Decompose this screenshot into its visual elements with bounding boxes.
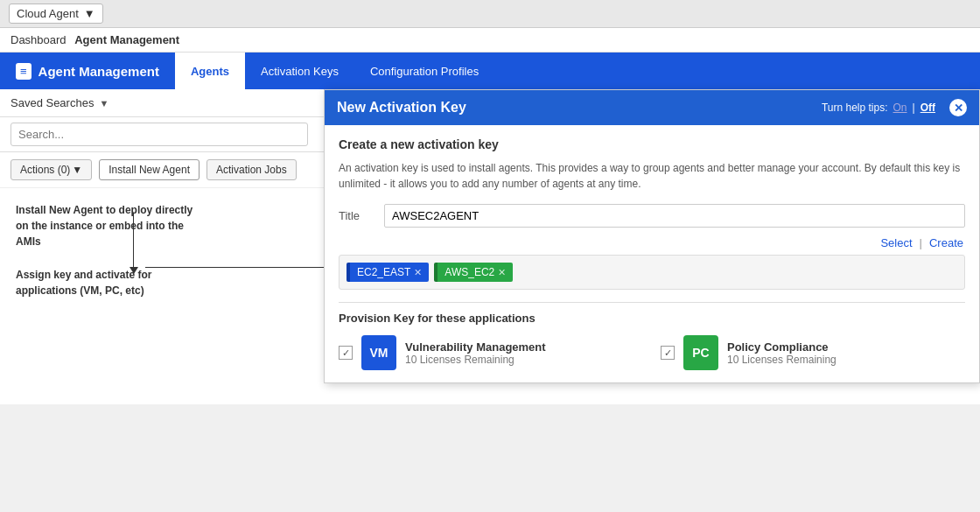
brand-icon: ≡ [16,63,32,80]
tab-activation-keys[interactable]: Activation Keys [245,53,354,89]
content-area: Saved Searches ▼ Actions (0) ▼ Install N… [0,89,980,404]
tag-ec2east-label: EC2_EAST [357,266,410,278]
modal-overlay: New Activation Key Turn help tips: On | … [324,89,980,404]
search-bar [0,117,324,152]
link-separator: | [920,236,922,249]
cloud-agent-label: Cloud Agent [17,7,79,20]
saved-searches-label[interactable]: Saved Searches [10,96,94,109]
vm-checkbox[interactable]: ✓ [339,346,353,360]
brand-title: Agent Management [38,64,159,79]
tag-ec2east-remove[interactable]: ✕ [414,267,422,278]
vm-info: Vulnerability Management 10 Licenses Rem… [405,340,546,366]
help-off-link[interactable]: Off [920,102,935,114]
tab-bar: Agents Activation Keys Configuration Pro… [175,53,494,89]
tab-agents[interactable]: Agents [175,53,245,89]
pc-licenses: 10 Licenses Remaining [727,354,836,366]
modal-title: New Activation Key [337,100,466,116]
left-panel: Saved Searches ▼ Actions (0) ▼ Install N… [0,89,324,404]
search-input[interactable] [10,123,308,146]
vm-name: Vulnerability Management [405,340,546,354]
toolbar: Actions (0) ▼ Install New Agent Activati… [0,152,324,188]
breadcrumb: Dashboard Agent Management [0,28,980,53]
modal-body: Create a new activation key An activatio… [325,125,979,382]
actions-label: Actions (0) [20,164,70,176]
vm-icon: VM [361,335,396,370]
install-hint-text: Install New Agent to deploy directly on … [16,202,208,249]
modal-help: Turn help tips: On | Off ✕ [822,99,967,116]
pc-name: Policy Compliance [727,340,836,354]
activation-jobs-button[interactable]: Activation Jobs [206,159,297,180]
create-link[interactable]: Create [929,236,963,249]
cloud-agent-chevron: ▼ [84,7,95,20]
pc-icon: PC [683,335,718,370]
title-form-row: Title [339,204,965,228]
help-on-link[interactable]: On [893,102,907,114]
brand: ≡ Agent Management [0,53,175,89]
main-header: ≡ Agent Management Agents Activation Key… [0,53,980,89]
select-create-row: Select | Create [339,236,965,249]
actions-chevron: ▼ [72,164,82,176]
app-item-vm: ✓ VM Vulnerability Management 10 License… [339,335,643,370]
tab-config-profiles[interactable]: Configuration Profiles [354,53,494,89]
modal-header: New Activation Key Turn help tips: On | … [325,90,979,125]
pc-info: Policy Compliance 10 Licenses Remaining [727,340,836,366]
saved-searches-chevron: ▼ [99,98,108,109]
tags-area: EC2_EAST ✕ AWS_EC2 ✕ [339,255,965,290]
breadcrumb-current: Agent Management [74,33,179,46]
breadcrumb-dashboard[interactable]: Dashboard [10,33,66,46]
saved-searches-bar: Saved Searches ▼ [0,89,324,117]
vm-licenses: 10 Licenses Remaining [405,354,546,366]
tag-aws-ec2: AWS_EC2 ✕ [434,263,513,282]
help-prefix: Turn help tips: [822,102,888,114]
new-activation-key-modal: New Activation Key Turn help tips: On | … [324,89,980,383]
tag-aws-ec2-remove[interactable]: ✕ [498,267,506,278]
title-label: Title [339,209,374,222]
select-link[interactable]: Select [880,236,912,249]
modal-close-button[interactable]: ✕ [949,99,967,116]
section-divider [339,302,965,303]
assign-hint-text: Assign key and activate for applications… [16,267,208,298]
help-separator: | [913,102,915,114]
title-input[interactable] [384,204,965,228]
tooltip-section: Install New Agent to deploy directly on … [0,188,324,312]
app-item-pc: ✓ PC Policy Compliance 10 Licenses Remai… [661,335,965,370]
tag-ec2east: EC2_EAST ✕ [346,263,429,282]
tag-aws-ec2-label: AWS_EC2 [444,266,494,278]
actions-dropdown-button[interactable]: Actions (0) ▼ [10,159,92,180]
cloud-agent-selector[interactable]: Cloud Agent ▼ [9,4,103,24]
install-new-agent-button[interactable]: Install New Agent [99,159,200,180]
tooltip-horizontal-line [145,267,343,268]
modal-section-title: Create a new activation key [339,137,965,151]
pc-checkbox[interactable]: ✓ [661,346,675,360]
tooltip-arrow-install [133,213,134,274]
modal-description: An activation key is used to install age… [339,160,965,192]
provision-title: Provision Key for these applications [339,312,965,325]
top-bar: Cloud Agent ▼ [0,0,980,28]
apps-row: ✓ VM Vulnerability Management 10 License… [339,335,965,370]
